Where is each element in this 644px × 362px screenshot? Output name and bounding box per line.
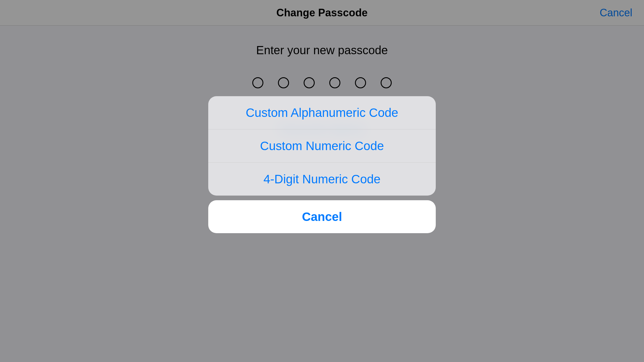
option-custom-numeric[interactable]: Custom Numeric Code: [208, 129, 436, 162]
passcode-dot: [381, 77, 392, 88]
passcode-prompt: Enter your new passcode: [0, 44, 644, 57]
navbar: Change Passcode Cancel: [0, 0, 644, 26]
passcode-options-action-sheet: Custom Alphanumeric Code Custom Numeric …: [208, 96, 436, 233]
action-sheet-separator: [208, 162, 436, 163]
passcode-dot: [252, 77, 263, 88]
passcode-dot: [329, 77, 340, 88]
passcode-dot: [355, 77, 366, 88]
passcode-dots: [0, 77, 644, 88]
passcode-dot: [278, 77, 289, 88]
option-custom-alphanumeric[interactable]: Custom Alphanumeric Code: [208, 96, 436, 129]
passcode-dot: [304, 77, 315, 88]
navbar-cancel-button[interactable]: Cancel: [600, 7, 632, 19]
action-sheet-cancel-group: Cancel: [208, 200, 436, 233]
option-4-digit-numeric[interactable]: 4-Digit Numeric Code: [208, 163, 436, 196]
navbar-title: Change Passcode: [276, 7, 368, 19]
action-sheet-options-group: Custom Alphanumeric Code Custom Numeric …: [208, 96, 436, 196]
action-sheet-separator: [208, 129, 436, 129]
action-sheet-cancel-button[interactable]: Cancel: [208, 200, 436, 233]
